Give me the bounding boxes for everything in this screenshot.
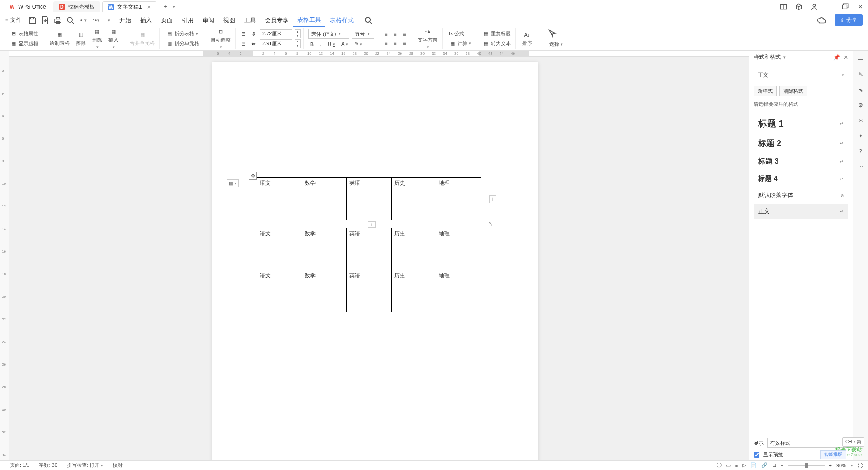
window-layout-icon[interactable] xyxy=(779,3,788,11)
table-cell[interactable]: 历史 xyxy=(392,178,436,220)
table-properties-button[interactable]: ⊞表格属性 xyxy=(8,29,40,38)
canvas[interactable]: 6 4 2 2 4 6 8 10 12 14 16 18 20 22 24 26… xyxy=(9,51,749,462)
formula-button[interactable]: fx 公式 xyxy=(447,29,473,38)
row-height-spinner[interactable]: ▲▼ xyxy=(295,29,301,38)
font-size-select[interactable]: 五号▾ xyxy=(352,29,374,39)
view-link-icon[interactable]: 🔗 xyxy=(761,462,768,468)
preview-checkbox[interactable] xyxy=(754,452,760,458)
menu-review[interactable]: 审阅 xyxy=(198,14,219,26)
dock-collapse-icon[interactable]: — xyxy=(856,54,866,64)
select-button[interactable]: 选择▾ xyxy=(547,40,565,48)
qa-overflow[interactable]: ▾ xyxy=(108,18,110,23)
menu-page[interactable]: 页面 xyxy=(156,14,177,26)
status-words[interactable]: 字数: 30 xyxy=(34,462,62,469)
text-direction-button[interactable]: ↕A文字方向▾ xyxy=(416,27,439,50)
table-type-indicator[interactable]: ▦▾ xyxy=(227,179,239,187)
cloud-icon[interactable] xyxy=(816,15,826,25)
user-icon[interactable] xyxy=(810,3,818,11)
new-style-button[interactable]: 新样式 xyxy=(754,86,777,96)
current-style-select[interactable]: 正文▾ xyxy=(754,69,848,81)
print-icon[interactable] xyxy=(53,15,63,25)
close-tab-icon[interactable]: × xyxy=(147,4,151,10)
table-cell[interactable]: 语文 xyxy=(257,178,302,220)
close-panel-icon[interactable]: ✕ xyxy=(844,54,848,61)
table-cell[interactable]: 数学 xyxy=(302,228,347,270)
fullscreen-icon[interactable]: ⛶ xyxy=(858,463,863,468)
insert-button[interactable]: ▦插入▾ xyxy=(107,27,120,50)
app-tab[interactable]: W WPS Office xyxy=(4,1,52,12)
table-1[interactable]: 语文 数学 英语 历史 地理 xyxy=(257,177,481,220)
dock-more-icon[interactable]: ⋯ xyxy=(856,162,866,172)
zoom-value[interactable]: 90% xyxy=(836,463,846,468)
print-preview-icon[interactable] xyxy=(66,15,75,25)
bold-button[interactable]: B xyxy=(308,41,316,48)
underline-button[interactable]: U▾ xyxy=(326,41,337,48)
table-cell[interactable]: 地理 xyxy=(436,228,481,270)
table-resize-handle[interactable]: ⤡ xyxy=(487,221,494,227)
add-tab-button[interactable]: + xyxy=(160,1,171,12)
status-info-icon[interactable]: ⓘ xyxy=(717,462,722,469)
menu-insert[interactable]: 插入 xyxy=(136,14,156,26)
style-heading4[interactable]: 标题 4↵ xyxy=(754,171,848,187)
align-ml[interactable]: ≡ xyxy=(382,39,390,47)
status-page[interactable]: 页面: 1/1 xyxy=(5,462,34,469)
table-cell[interactable]: 英语 xyxy=(347,228,392,270)
sort-button[interactable]: A↓排序 xyxy=(520,30,534,47)
merge-cells-button[interactable]: ▦合并单元格 xyxy=(128,30,156,47)
font-name-select[interactable]: 宋体 (正文)▾ xyxy=(308,29,349,39)
tab-document[interactable]: W 文字文稿1 × xyxy=(102,1,156,12)
redo-icon[interactable]: ↷▾ xyxy=(91,15,101,25)
pin-icon[interactable]: 📌 xyxy=(833,54,840,61)
table-move-handle[interactable]: ✥ xyxy=(249,172,257,180)
table-cell[interactable]: 数学 xyxy=(302,270,347,312)
table-cell[interactable]: 地理 xyxy=(436,178,481,220)
cube-icon[interactable] xyxy=(795,3,803,11)
clear-format-button[interactable]: 清除格式 xyxy=(779,86,807,96)
add-column-button[interactable]: + xyxy=(489,195,496,203)
menu-table-style[interactable]: 表格样式 xyxy=(326,14,358,26)
col-width-input[interactable]: 2.91厘米 xyxy=(260,39,292,48)
menu-reference[interactable]: 引用 xyxy=(177,14,198,26)
status-proof[interactable]: 校对 xyxy=(108,462,127,469)
panel-title-dropdown[interactable]: ▾ xyxy=(783,55,786,60)
menu-view[interactable]: 视图 xyxy=(219,14,240,26)
file-menu[interactable]: ≡ 文件 xyxy=(5,16,21,24)
tab-overflow-icon[interactable]: ▾ xyxy=(173,5,175,9)
show-frame-button[interactable]: ▦显示虚框 xyxy=(8,39,40,48)
align-tr[interactable]: ≡ xyxy=(400,30,408,38)
zoom-dropdown[interactable]: ▾ xyxy=(851,463,853,468)
align-tc[interactable]: ≡ xyxy=(391,30,399,38)
share-button[interactable]: ⇪分享 xyxy=(835,14,863,26)
menu-member[interactable]: 会员专享 xyxy=(260,14,293,26)
style-heading2[interactable]: 标题 2↵ xyxy=(754,134,848,152)
close-window-icon[interactable]: ✕ xyxy=(856,3,864,11)
maximize-icon[interactable] xyxy=(841,3,849,11)
view-web-icon[interactable]: 📄 xyxy=(750,462,757,468)
cursor-tool[interactable] xyxy=(547,29,557,39)
menu-table-tools[interactable]: 表格工具 xyxy=(293,14,326,27)
table-2[interactable]: 语文 数学 英语 历史 地理 语文 数学 英语 历史 地理 xyxy=(257,228,481,312)
table-cell[interactable]: 英语 xyxy=(347,178,392,220)
repeat-header-button[interactable]: ▦重复标题 xyxy=(481,29,513,38)
view-read-icon[interactable]: ▷ xyxy=(742,462,746,468)
dock-tools-icon[interactable]: ✦ xyxy=(856,131,866,141)
draw-table-button[interactable]: ▦绘制表格 xyxy=(48,30,71,47)
zoom-fit-icon[interactable]: ⊡ xyxy=(772,462,776,468)
zoom-in-icon[interactable]: + xyxy=(829,463,832,468)
undo-icon[interactable]: ↶▾ xyxy=(78,15,88,25)
export-icon[interactable] xyxy=(40,15,50,25)
to-text-button[interactable]: ▦转为文本 xyxy=(481,39,513,48)
calc-button[interactable]: ▦计算▾ xyxy=(447,39,473,48)
zoom-slider[interactable] xyxy=(788,465,825,466)
show-select[interactable]: 有效样式▾ xyxy=(767,438,848,448)
table-cell[interactable]: 语文 xyxy=(257,270,302,312)
view-page-icon[interactable]: ▭ xyxy=(726,462,731,468)
split-cells-button[interactable]: ▥拆分单元格 xyxy=(164,39,201,48)
menu-start[interactable]: 开始 xyxy=(115,14,136,26)
tab-template[interactable]: D 找稻壳模板 xyxy=(53,1,100,12)
zoom-out-icon[interactable]: − xyxy=(781,463,783,468)
dock-settings-icon[interactable]: ⚙ xyxy=(856,100,866,110)
table-cell[interactable]: 语文 xyxy=(257,228,302,270)
save-icon[interactable] xyxy=(28,15,38,25)
smart-layout-button[interactable]: 智能排版 xyxy=(820,450,846,459)
